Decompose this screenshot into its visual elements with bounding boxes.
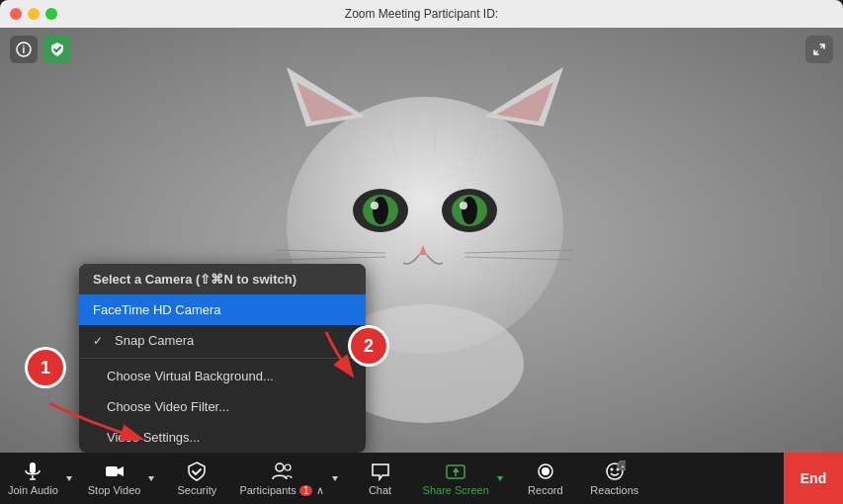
join-audio-group: Join Audio bbox=[0, 453, 80, 504]
expand-button[interactable] bbox=[805, 36, 833, 63]
svg-marker-30 bbox=[148, 476, 154, 481]
record-button[interactable]: Record bbox=[511, 453, 580, 504]
stop-video-label: Stop Video bbox=[88, 484, 141, 496]
toolbar: Join Audio Stop Video bbox=[0, 453, 843, 504]
join-audio-arrow[interactable] bbox=[62, 453, 80, 504]
camera-menu-item-facetime[interactable]: FaceTime HD Camera bbox=[79, 294, 366, 325]
participants-chevron-icon bbox=[330, 473, 340, 483]
camera-menu-item-video-filter[interactable]: Choose Video Filter... bbox=[79, 391, 366, 422]
record-label: Record bbox=[528, 484, 562, 496]
expand-icon bbox=[812, 42, 826, 56]
chat-button[interactable]: Chat bbox=[346, 453, 415, 504]
join-audio-chevron-icon bbox=[64, 473, 74, 483]
camera-menu-item-virtual-bg[interactable]: Choose Virtual Background... bbox=[79, 361, 366, 391]
close-button[interactable] bbox=[10, 8, 22, 20]
share-screen-label: Share Screen bbox=[423, 484, 489, 496]
participants-arrow[interactable] bbox=[328, 453, 346, 504]
reactions-icon: + bbox=[604, 461, 626, 482]
svg-point-39 bbox=[542, 467, 549, 475]
stop-video-chevron-icon bbox=[146, 473, 156, 483]
svg-rect-28 bbox=[106, 466, 118, 476]
stop-video-button[interactable]: Stop Video bbox=[80, 453, 145, 504]
svg-point-13 bbox=[460, 202, 467, 210]
main-content: i Select a Camera (⇧⌘N to switch) FaceTi… bbox=[0, 28, 843, 453]
camera-menu-item-video-settings[interactable]: Video Settings... bbox=[79, 422, 366, 453]
participants-group: Participants 1 ∧ bbox=[231, 453, 345, 504]
svg-rect-24 bbox=[30, 462, 36, 473]
svg-point-11 bbox=[462, 197, 477, 224]
title-bar: Zoom Meeting Participant ID: bbox=[0, 0, 843, 28]
security-icon bbox=[186, 461, 208, 482]
security-button[interactable]: Security bbox=[162, 453, 231, 504]
camera-menu-divider bbox=[79, 358, 366, 359]
share-screen-chevron-icon bbox=[495, 473, 505, 483]
info-button[interactable]: i bbox=[10, 36, 38, 63]
participants-label: Participants 1 ∧ bbox=[239, 484, 323, 497]
shield-button[interactable] bbox=[43, 36, 71, 63]
share-screen-icon bbox=[445, 461, 466, 482]
chat-label: Chat bbox=[369, 484, 391, 496]
svg-point-10 bbox=[373, 197, 388, 224]
share-screen-arrow[interactable] bbox=[493, 453, 511, 504]
stop-video-group: Stop Video bbox=[80, 453, 163, 504]
svg-marker-29 bbox=[118, 466, 124, 476]
svg-point-32 bbox=[285, 464, 291, 470]
participants-icon bbox=[271, 461, 293, 482]
svg-marker-37 bbox=[497, 476, 503, 481]
reactions-button[interactable]: + Reactions bbox=[580, 453, 649, 504]
annotation-2: 2 bbox=[351, 328, 386, 364]
reactions-label: Reactions bbox=[590, 484, 638, 496]
camera-menu-item-snap[interactable]: Snap Camera bbox=[79, 325, 366, 356]
svg-marker-35 bbox=[453, 467, 460, 472]
share-screen-group: Share Screen bbox=[415, 453, 511, 504]
shield-icon bbox=[49, 42, 65, 57]
chat-icon bbox=[370, 461, 391, 482]
join-audio-label: Join Audio bbox=[8, 484, 58, 496]
microphone-icon bbox=[22, 461, 43, 482]
svg-point-31 bbox=[276, 463, 284, 471]
info-icon: i bbox=[16, 42, 32, 57]
share-screen-button[interactable]: Share Screen bbox=[415, 453, 493, 504]
video-camera-icon bbox=[104, 461, 126, 482]
stop-video-arrow[interactable] bbox=[144, 453, 162, 504]
security-label: Security bbox=[178, 484, 217, 496]
svg-text:+: + bbox=[621, 463, 625, 470]
svg-marker-27 bbox=[66, 476, 72, 481]
join-audio-button[interactable]: Join Audio bbox=[0, 453, 62, 504]
camera-menu: Select a Camera (⇧⌘N to switch) FaceTime… bbox=[79, 264, 366, 453]
record-icon bbox=[535, 461, 556, 482]
maximize-button[interactable] bbox=[45, 8, 57, 20]
svg-marker-33 bbox=[332, 476, 338, 481]
camera-menu-title: Select a Camera (⇧⌘N to switch) bbox=[79, 264, 366, 294]
svg-point-12 bbox=[371, 202, 379, 210]
participants-button[interactable]: Participants 1 ∧ bbox=[231, 453, 327, 504]
svg-text:i: i bbox=[23, 44, 26, 55]
end-button[interactable]: End bbox=[784, 453, 843, 504]
svg-point-41 bbox=[610, 468, 613, 471]
minimize-button[interactable] bbox=[28, 8, 40, 20]
toolbar-items: Join Audio Stop Video bbox=[0, 453, 784, 504]
top-left-icons: i bbox=[10, 36, 71, 63]
annotation-1: 1 bbox=[28, 350, 63, 385]
window-controls bbox=[10, 8, 57, 20]
window-title: Zoom Meeting Participant ID: bbox=[345, 7, 498, 21]
